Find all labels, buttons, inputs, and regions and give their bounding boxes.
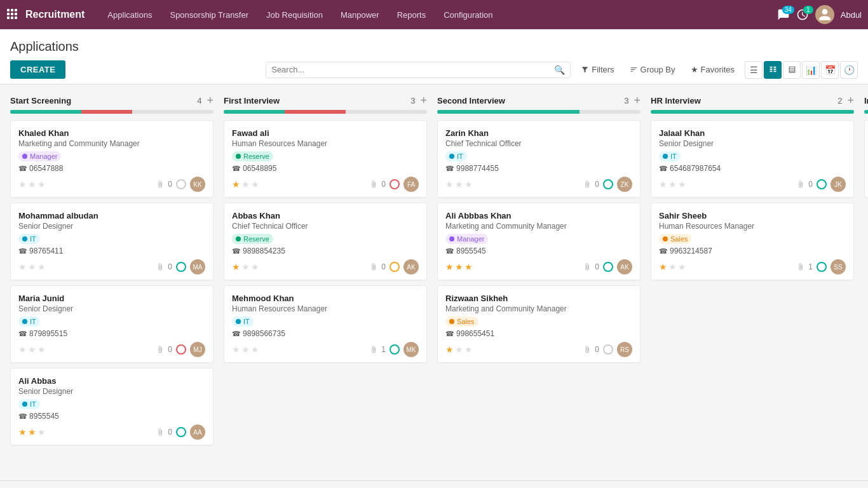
star-2[interactable]: ★ [678,262,686,272]
column-add-button[interactable]: + [420,95,427,106]
star-1[interactable]: ★ [455,262,463,272]
status-circle[interactable] [603,344,613,355]
calendar-view-button[interactable]: 📅 [821,61,839,79]
status-circle[interactable] [390,262,400,272]
kanban-card[interactable]: Khaled Khan Marketing and Community Mana… [10,120,214,198]
star-1[interactable]: ★ [668,179,677,189]
status-circle[interactable] [390,344,400,355]
status-circle[interactable] [390,179,400,189]
card-tag[interactable]: Reserve [232,151,273,161]
star-2[interactable]: ★ [251,344,259,355]
star-2[interactable]: ★ [37,179,46,189]
kanban-card[interactable]: Mohammad albudan Senior Designer IT 9876… [10,203,214,280]
card-tag[interactable]: Manager [445,234,488,244]
kanban-card[interactable]: Maria Junid Senior Designer IT 879895515… [10,285,214,363]
kanban-card[interactable]: Abbas Khan Chief Technical Officer Reser… [224,203,427,280]
status-circle[interactable] [603,262,613,272]
card-tag[interactable]: Reserve [232,234,273,244]
status-circle[interactable] [817,179,827,189]
groupby-button[interactable]: Group By [627,64,678,76]
card-tag[interactable]: IT [18,234,40,244]
star-1[interactable]: ★ [241,344,250,355]
star-1[interactable]: ★ [28,427,36,437]
card-stars[interactable]: ★★★ [445,344,473,355]
card-stars[interactable]: ★★★ [445,262,473,272]
user-avatar[interactable] [815,5,834,24]
bottom-scrollbar[interactable] [0,480,868,486]
card-stars[interactable]: ★★★ [232,344,259,355]
card-stars[interactable]: ★★★ [232,262,259,272]
status-circle[interactable] [603,179,613,189]
card-stars[interactable]: ★★★ [659,262,686,272]
card-tag[interactable]: Manager [18,151,61,161]
card-stars[interactable]: ★★★ [18,262,46,272]
clock-view-button[interactable]: 🕐 [840,61,858,79]
favorites-button[interactable]: ★ Favorites [688,64,737,76]
card-stars[interactable]: ★★★ [18,344,46,355]
column-add-button[interactable]: + [207,95,214,106]
status-circle[interactable] [817,262,827,272]
card-tag[interactable]: IT [232,316,254,327]
status-circle[interactable] [176,262,186,272]
star-2[interactable]: ★ [465,344,473,355]
card-stars[interactable]: ★★★ [18,427,46,437]
star-2[interactable]: ★ [251,262,259,272]
card-tag[interactable]: IT [445,151,467,161]
status-circle[interactable] [176,427,186,437]
star-2[interactable]: ★ [251,179,259,189]
star-0[interactable]: ★ [18,427,27,437]
star-0[interactable]: ★ [445,344,454,355]
kanban-card[interactable]: Ali Abbas Senior Designer IT 8955545 ★★★… [10,368,214,445]
column-add-button[interactable]: + [847,95,854,106]
card-stars[interactable]: ★★★ [445,179,473,189]
star-1[interactable]: ★ [668,262,677,272]
star-0[interactable]: ★ [18,179,27,189]
star-2[interactable]: ★ [37,262,46,272]
star-1[interactable]: ★ [28,262,36,272]
list-view-button[interactable]: ☰ [745,61,763,79]
card-tag[interactable]: Sales [445,316,478,327]
card-stars[interactable]: ★★★ [659,179,686,189]
star-1[interactable]: ★ [241,179,250,189]
create-button[interactable]: CREATE [10,60,65,79]
star-1[interactable]: ★ [28,344,36,355]
kanban-card[interactable]: Fawad ali Human Resources Manager Reserv… [224,120,427,198]
star-1[interactable]: ★ [455,179,463,189]
kanban-card[interactable]: Ali Abbbas Khan Marketing and Community … [437,203,641,280]
star-0[interactable]: ★ [445,262,454,272]
card-tag[interactable]: IT [18,399,40,409]
nav-applications[interactable]: Applications [100,0,159,29]
card-tag[interactable]: IT [18,316,40,327]
messages-button[interactable]: 34 [777,8,790,21]
star-0[interactable]: ★ [232,344,240,355]
star-2[interactable]: ★ [37,427,46,437]
star-0[interactable]: ★ [445,179,454,189]
kanban-card[interactable]: Zarin Khan Chief Technical Officer IT 99… [437,120,641,198]
star-2[interactable]: ★ [465,179,473,189]
kanban-card[interactable]: Jalaal Khan Senior Designer IT 654687987… [651,120,854,198]
star-1[interactable]: ★ [455,344,463,355]
status-circle[interactable] [176,179,186,189]
star-2[interactable]: ★ [678,179,686,189]
kanban-card[interactable]: Ta... De... S... 9... ★★★ 0 T [864,120,868,198]
kanban-card[interactable]: Mehmood Khan Human Resources Manager IT … [224,285,427,363]
nav-configuration[interactable]: Configuration [436,0,500,29]
star-2[interactable]: ★ [37,344,46,355]
filters-button[interactable]: Filters [578,64,616,76]
star-1[interactable]: ★ [241,262,250,272]
star-0[interactable]: ★ [18,262,27,272]
chart-view-button[interactable]: 📊 [802,61,820,79]
star-2[interactable]: ★ [465,262,473,272]
nav-manpower[interactable]: Manpower [333,0,387,29]
status-circle[interactable] [176,344,186,355]
grid-icon[interactable] [6,8,18,22]
search-input[interactable] [271,65,554,74]
star-0[interactable]: ★ [659,262,667,272]
column-add-button[interactable]: + [634,95,641,106]
card-stars[interactable]: ★★★ [232,179,259,189]
star-0[interactable]: ★ [659,179,667,189]
search-icon[interactable]: 🔍 [554,65,565,75]
nav-job-requisition[interactable]: Job Requisition [259,0,330,29]
card-tag[interactable]: Sales [659,234,692,244]
tasks-button[interactable]: 1 [796,8,809,21]
